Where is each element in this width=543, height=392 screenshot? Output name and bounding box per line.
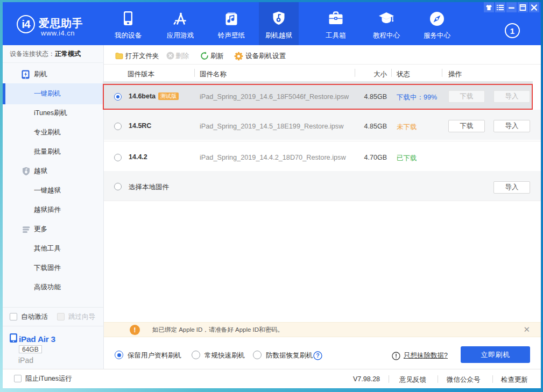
svg-text:?: ?	[316, 352, 319, 359]
